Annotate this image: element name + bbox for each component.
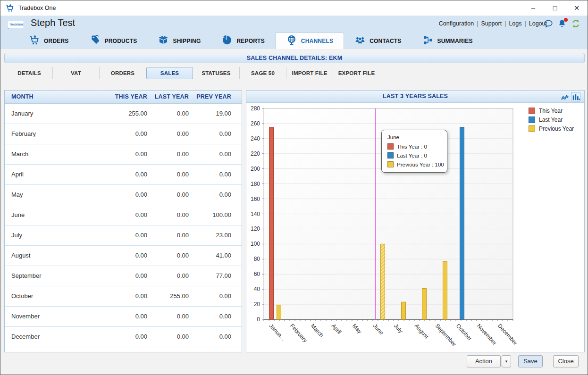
month-cell: October — [11, 286, 95, 306]
y-tick-label: 0 — [257, 316, 260, 323]
value-cell: 23.00 — [189, 225, 231, 245]
tab-label: REPORTS — [236, 38, 264, 44]
tab-reports[interactable]: REPORTS — [211, 33, 275, 49]
table-row[interactable]: October0.00255.000.00 — [5, 286, 242, 307]
logs-link[interactable]: Logs — [509, 20, 521, 27]
table-row[interactable]: May0.000.000.00 — [5, 185, 242, 205]
legend-swatch — [529, 108, 535, 114]
y-tick-label: 160 — [251, 196, 260, 202]
subtab-import-file[interactable]: IMPORT FILE — [286, 67, 333, 79]
support-link[interactable]: Support — [481, 20, 502, 27]
subtab-sales[interactable]: SALES — [146, 67, 193, 79]
title-bar: Tradebox One – □ ✕ — [0, 0, 588, 16]
minimize-button[interactable]: – — [522, 0, 544, 16]
monthly-sales-table: MONTHTHIS YEARLAST YEARPREV YEAR January… — [4, 90, 242, 352]
subtab-details[interactable]: DETAILS — [6, 67, 53, 79]
table-row[interactable]: March0.000.000.00 — [5, 144, 242, 165]
tab-shipping[interactable]: SHIPPING — [147, 33, 211, 49]
tradebox-logo: TRADEBOX — [7, 21, 24, 28]
column-header-prev-year[interactable]: PREV YEAR — [189, 91, 231, 103]
value-cell: 0.00 — [147, 225, 189, 245]
y-tick-label: 120 — [251, 225, 260, 232]
x-tick-label: October — [455, 323, 473, 342]
bar-previous-year-september[interactable] — [443, 261, 447, 319]
line-chart-icon[interactable] — [560, 92, 569, 101]
tab-orders[interactable]: ORDERS — [18, 33, 79, 49]
tab-products[interactable]: PRODUCTS — [79, 33, 148, 49]
chat-icon[interactable] — [543, 18, 554, 29]
window-title: Tradebox One — [18, 5, 56, 11]
cart-icon — [29, 34, 40, 48]
table-row[interactable]: February0.000.000.00 — [5, 124, 242, 144]
column-header-last-year[interactable]: LAST YEAR — [147, 91, 189, 103]
tooltip-text: Last Year : 0 — [397, 153, 427, 158]
value-cell: 0.00 — [147, 185, 189, 205]
bar-previous-year-january[interactable] — [277, 305, 281, 319]
table-row[interactable]: December0.000.000.00 — [5, 327, 242, 347]
table-row[interactable]: July0.000.0023.00 — [5, 225, 242, 246]
table-row[interactable]: January255.000.0019.00 — [5, 104, 242, 124]
legend-label: Previous Year — [539, 125, 574, 132]
subtab-sage-50[interactable]: SAGE 50 — [240, 67, 286, 79]
header-icons — [543, 18, 581, 29]
value-cell: 0.00 — [95, 307, 147, 326]
legend-swatch — [529, 117, 535, 123]
y-tick-label: 280 — [251, 105, 260, 112]
column-header-month[interactable]: MONTH — [11, 91, 95, 103]
tooltip-swatch — [387, 143, 394, 150]
bar-last-year-october[interactable] — [460, 127, 464, 319]
tab-contacts[interactable]: CONTACTS — [344, 33, 412, 49]
table-row[interactable]: November0.000.000.00 — [5, 307, 242, 327]
bar-previous-year-june[interactable] — [381, 244, 385, 319]
table-row[interactable]: August0.000.0041.00 — [5, 246, 242, 266]
subtab-statuses[interactable]: STATUSES — [193, 67, 240, 79]
chart-tools — [560, 92, 580, 101]
close-button[interactable]: Close — [553, 355, 579, 367]
x-tick-label: June — [372, 323, 385, 336]
logo-text: TRADEBOX — [9, 23, 24, 26]
table-row[interactable]: April0.000.000.00 — [5, 165, 242, 185]
bar-this-year-january[interactable] — [269, 127, 274, 319]
column-header-this-year[interactable]: THIS YEAR — [95, 91, 147, 103]
action-dropdown-arrow[interactable]: ▾ — [502, 355, 511, 367]
value-cell: 0.00 — [189, 327, 231, 347]
bell-icon[interactable] — [557, 18, 567, 29]
bar-previous-year-july[interactable] — [402, 302, 406, 319]
box-icon — [158, 34, 169, 48]
chart-tooltip: June This Year : 0Last Year : 0Previous … — [381, 130, 447, 173]
tab-channels[interactable]: CHANNELS — [275, 33, 344, 49]
action-button[interactable]: Action — [467, 355, 501, 367]
bar-previous-year-august[interactable] — [422, 289, 427, 319]
month-cell: December — [11, 327, 95, 347]
page-title: Steph Test — [31, 17, 75, 28]
table-row[interactable]: September0.000.0077.00 — [5, 266, 242, 286]
x-tick-label: September — [434, 323, 458, 348]
subtab-orders[interactable]: ORDERS — [100, 67, 146, 79]
notification-dot — [564, 18, 568, 22]
save-button[interactable]: Save — [518, 355, 543, 367]
globe-icon — [286, 34, 297, 48]
app-cart-icon — [5, 3, 15, 13]
value-cell: 0.00 — [147, 246, 189, 266]
configuration-link[interactable]: Configuration — [439, 20, 474, 27]
bar-chart-icon[interactable] — [571, 92, 580, 101]
maximize-button[interactable]: □ — [544, 0, 566, 16]
close-window-button[interactable]: ✕ — [566, 0, 588, 16]
subtab-vat[interactable]: VAT — [53, 67, 100, 79]
app-window: Tradebox One – □ ✕ TRADEBOX Steph Test C… — [0, 0, 588, 375]
month-cell: June — [11, 205, 95, 225]
subtab-export-file[interactable]: EXPORT FILE — [333, 67, 380, 79]
tab-summaries[interactable]: SUMMARIES — [412, 33, 483, 49]
link-separator: | — [504, 20, 506, 27]
logo-cart-icon — [8, 23, 9, 26]
y-tick-label: 20 — [254, 301, 260, 308]
table-row[interactable]: June0.000.00100.00 — [5, 205, 242, 225]
x-tick-label: May — [351, 323, 363, 335]
value-cell: 255.00 — [147, 286, 189, 306]
value-cell: 0.00 — [95, 144, 147, 164]
month-cell: January — [11, 104, 95, 124]
sync-icon[interactable] — [571, 18, 581, 29]
value-cell: 0.00 — [147, 205, 189, 225]
chart-body[interactable]: 020406080100120140160180200220240260280J… — [246, 103, 584, 352]
chart-header: LAST 3 YEARS SALES — [246, 91, 584, 103]
